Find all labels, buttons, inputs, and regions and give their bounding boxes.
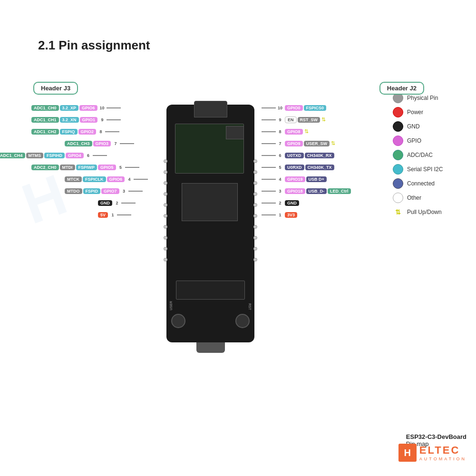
board-button-left[interactable]	[171, 314, 185, 328]
pin-dot-r8	[253, 181, 257, 185]
microcontroller-board: USER RST	[166, 105, 254, 342]
pin-dot-r5	[253, 214, 257, 218]
left-pin-1: 5V 1	[31, 209, 148, 220]
pin-dot-r10	[253, 159, 257, 163]
right-pin-6: 6 U0TXD CH340K_RX	[262, 150, 351, 161]
right-pin-10: 10 GPIO0 FSPICS0	[262, 102, 351, 113]
heltec-automation: AUTOMATION	[419, 457, 466, 461]
pin-dot-r4	[253, 225, 257, 229]
right-pin-dots	[253, 159, 257, 262]
left-pin-dots	[164, 159, 167, 262]
page: { "title": "2.1 Pin assignment", "board_…	[0, 0, 476, 476]
right-pin-7: 7 GPIO9 USER_SW ⇅	[262, 138, 351, 149]
left-pin-6: ADC1_CH4 MTMS FSPIHD GPIO4 6	[31, 150, 148, 161]
diagram-area: Header J3 Header J2 ADC1_CH0 3.2_XP GPIO…	[29, 76, 428, 380]
left-pin-9: ADC1_CH1 3.2_XN GPIO1 9	[31, 114, 148, 125]
rst-label: RST	[248, 303, 252, 310]
title-section: 2.1 Pin assignment	[38, 38, 150, 53]
right-pin-3: 3 GPIO18 USB_D- LED_Ctrl	[262, 185, 351, 196]
right-pin-8: 8 GPIO8 ⇅	[262, 126, 351, 137]
pin-dot-l10	[164, 159, 167, 163]
heltec-name: ELTEC	[419, 444, 466, 457]
right-pin-2: 2 GND	[262, 197, 351, 208]
pin-dot-l9	[164, 170, 167, 174]
left-pin-4: MTCK FSPICLK GPIO6 4	[31, 174, 148, 185]
pin-dot-l3	[164, 236, 167, 240]
board-main-chip	[182, 183, 238, 221]
header-j3-label: Header J3	[33, 82, 78, 95]
pin-dot-r6	[253, 203, 257, 207]
pin-dot-l6	[164, 203, 167, 207]
board-antenna	[194, 101, 227, 117]
pullup-arrow-9: ⇅	[321, 117, 326, 123]
left-pin-10: ADC1_CH0 3.2_XP GPIO6 10	[31, 102, 148, 113]
pin-dot-l7	[164, 192, 167, 196]
pin-dot-r1	[253, 258, 257, 262]
right-pin-1: 1 3V3	[262, 209, 351, 220]
heltec-logo-area: H ELTEC AUTOMATION	[398, 444, 466, 462]
board-name: ESP32-C3-DevBoard	[406, 433, 466, 440]
right-pin-9: 9 EN RST_SW ⇅	[262, 114, 351, 125]
user-label: USER	[169, 301, 173, 310]
left-pin-8: ADC1_CH2 FSPIQ GPIO2 8	[31, 126, 148, 137]
pin-dot-l8	[164, 181, 167, 185]
pullup-arrow-8: ⇅	[304, 128, 309, 135]
left-pin-7: ADC1_CH3 GPIO3 7	[31, 138, 148, 149]
left-pin-5: ADC2_CH0 MTDI FSPIWP GPIO5 5	[31, 162, 148, 173]
pin-dot-r9	[253, 170, 257, 174]
right-pin-5: 5 U0RXD CH340K_TX	[262, 162, 351, 173]
pin-dot-l5	[164, 214, 167, 218]
left-pin-3: MTDO FSPID GPIO7 3	[31, 185, 148, 196]
pullup-arrow-7: ⇅	[331, 140, 335, 146]
pin-dot-r3	[253, 236, 257, 240]
pin-dot-r7	[253, 192, 257, 196]
header-j2-label: Header J2	[379, 82, 424, 95]
pin-dot-r2	[253, 247, 257, 251]
pin-dot-l1	[164, 258, 167, 262]
page-title: 2.1 Pin assignment	[38, 38, 150, 52]
board-button-right[interactable]	[235, 314, 250, 328]
right-pin-group: 10 GPIO0 FSPICS0 9 EN RST_SW ⇅ 8 GPIO8 ⇅	[262, 102, 351, 221]
board-usb-port	[196, 342, 225, 353]
board-bottom-components	[176, 281, 245, 300]
right-pin-4: 4 GPIO19 USB D+	[262, 174, 351, 185]
left-pin-group: ADC1_CH0 3.2_XP GPIO6 10 ADC1_CH1 3.2_XN…	[31, 102, 148, 221]
pin-dot-l4	[164, 225, 167, 229]
pin-dot-l2	[164, 247, 167, 251]
heltec-logo: H ELTEC AUTOMATION	[398, 444, 466, 462]
left-pin-2: GND 2	[31, 197, 148, 208]
heltec-logo-icon: H	[398, 444, 417, 462]
board-small-chip	[226, 126, 244, 139]
